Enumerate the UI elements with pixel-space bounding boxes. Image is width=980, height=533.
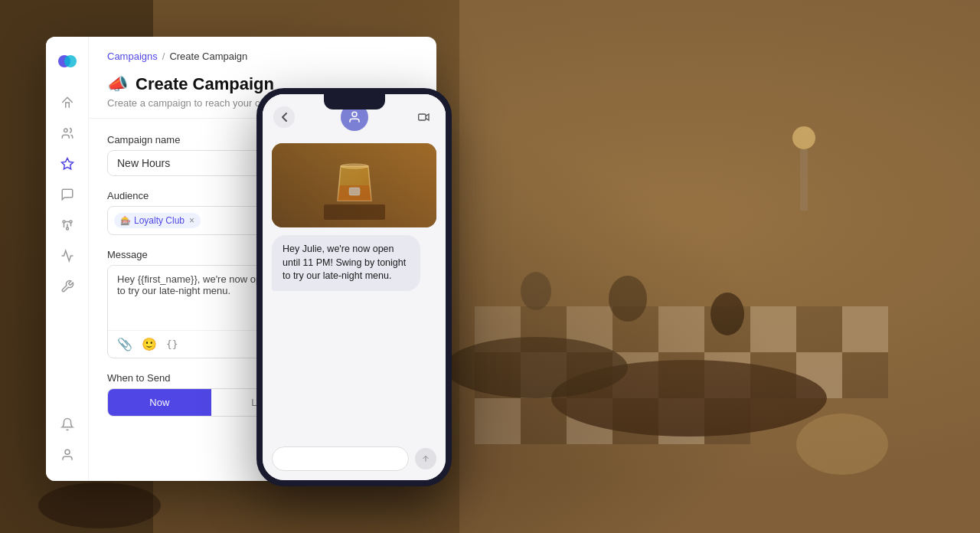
page-title: Create Campaign bbox=[136, 74, 274, 94]
attach-icon[interactable]: 📎 bbox=[117, 337, 132, 352]
phone-video-button[interactable] bbox=[413, 106, 435, 128]
chat-image-inner bbox=[272, 143, 436, 227]
phone-mockup: Hey Julie, we're now open until 11 PM! S… bbox=[256, 88, 452, 486]
svg-point-41 bbox=[63, 221, 65, 223]
svg-point-42 bbox=[70, 221, 72, 223]
send-option-now[interactable]: Now bbox=[108, 389, 211, 416]
audience-tag-close[interactable]: × bbox=[189, 215, 194, 226]
phone-send-button[interactable] bbox=[415, 448, 436, 469]
breadcrumb-separator: / bbox=[162, 51, 165, 62]
audience-tag-label: Loyalty Club bbox=[134, 215, 185, 226]
chat-image bbox=[272, 143, 436, 227]
sidebar-bottom bbox=[54, 410, 81, 469]
svg-point-38 bbox=[64, 55, 77, 67]
sidebar-item-profile[interactable] bbox=[54, 441, 81, 469]
sidebar-item-flows[interactable] bbox=[54, 211, 81, 239]
sidebar bbox=[46, 37, 89, 481]
sidebar-item-notifications[interactable] bbox=[54, 410, 81, 438]
svg-point-45 bbox=[352, 112, 357, 116]
breadcrumb: Campaigns / Create Campaign bbox=[107, 51, 418, 62]
sidebar-item-home[interactable] bbox=[54, 89, 81, 116]
svg-point-49 bbox=[341, 164, 368, 168]
emoji-icon[interactable]: 🙂 bbox=[142, 337, 157, 352]
phone-notch bbox=[324, 94, 385, 110]
phone-back-button[interactable] bbox=[273, 106, 295, 128]
breadcrumb-campaigns-link[interactable]: Campaigns bbox=[107, 51, 158, 62]
sidebar-item-tools[interactable] bbox=[54, 273, 81, 300]
variable-icon[interactable]: {} bbox=[166, 338, 178, 350]
sidebar-item-contacts[interactable] bbox=[54, 119, 81, 147]
phone-inner: Hey Julie, we're now open until 11 PM! S… bbox=[263, 94, 446, 480]
app-logo bbox=[55, 49, 80, 74]
svg-rect-46 bbox=[419, 114, 426, 120]
svg-point-43 bbox=[66, 227, 68, 230]
phone-input-area bbox=[263, 440, 446, 480]
phone-message-input[interactable] bbox=[272, 446, 409, 471]
chat-message-bubble: Hey Julie, we're now open until 11 PM! S… bbox=[272, 235, 420, 291]
sidebar-item-analytics[interactable] bbox=[54, 242, 81, 270]
svg-marker-40 bbox=[61, 159, 73, 169]
chat-message-text: Hey Julie, we're now open until 11 PM! S… bbox=[283, 243, 410, 283]
phone-chat-area: Hey Julie, we're now open until 11 PM! S… bbox=[263, 137, 446, 440]
tag-loyalty-icon: 🎰 bbox=[120, 216, 131, 226]
svg-point-44 bbox=[65, 450, 70, 454]
svg-rect-47 bbox=[324, 204, 385, 220]
audience-tag-loyalty[interactable]: 🎰 Loyalty Club × bbox=[114, 213, 201, 228]
svg-rect-48 bbox=[349, 188, 360, 195]
page-title-emoji: 📣 bbox=[107, 74, 128, 94]
svg-point-39 bbox=[64, 129, 67, 132]
sidebar-item-chat[interactable] bbox=[54, 181, 81, 208]
breadcrumb-current: Create Campaign bbox=[169, 51, 247, 62]
sidebar-item-campaigns[interactable] bbox=[54, 150, 81, 178]
